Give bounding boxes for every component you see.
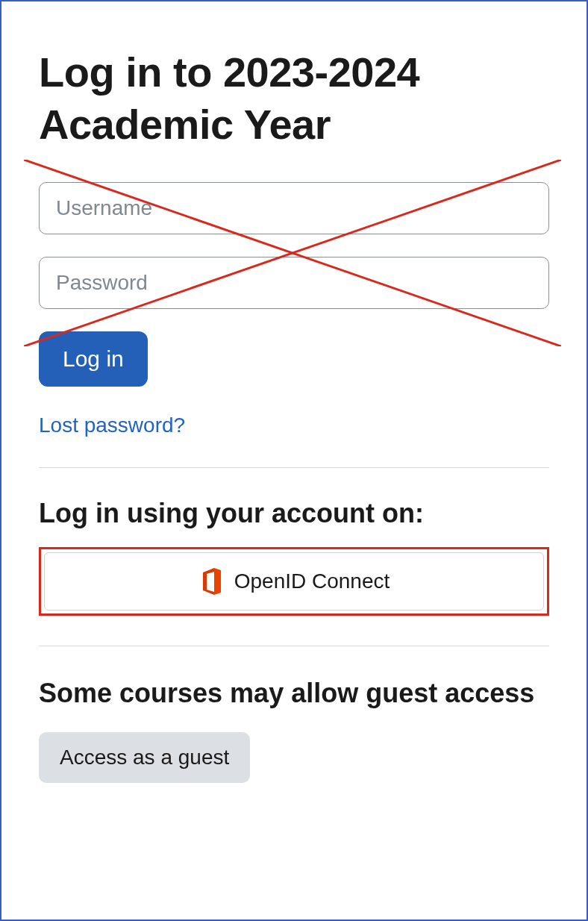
- login-card: Log in to 2023-2024 Academic Year Log in…: [0, 0, 588, 921]
- guest-heading: Some courses may allow guest access: [39, 676, 549, 710]
- username-input[interactable]: [39, 182, 549, 234]
- office-icon: [198, 566, 224, 596]
- guest-access-button[interactable]: Access as a guest: [39, 732, 250, 783]
- openid-label: OpenID Connect: [234, 569, 390, 593]
- sso-heading: Log in using your account on:: [39, 498, 549, 529]
- openid-highlight-box: OpenID Connect: [39, 547, 549, 616]
- openid-connect-button[interactable]: OpenID Connect: [44, 552, 544, 611]
- credentials-form: [39, 182, 549, 331]
- login-button[interactable]: Log in: [39, 331, 148, 387]
- svg-marker-3: [214, 568, 221, 595]
- svg-marker-2: [203, 568, 214, 595]
- password-input[interactable]: [39, 257, 549, 309]
- divider: [39, 467, 549, 468]
- divider: [39, 646, 549, 646]
- page-title: Log in to 2023-2024 Academic Year: [39, 46, 549, 151]
- lost-password-link[interactable]: Lost password?: [39, 413, 185, 437]
